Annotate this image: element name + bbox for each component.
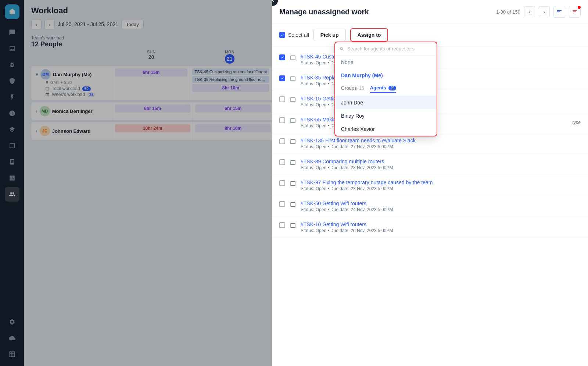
select-all-row: Select all <box>279 32 309 38</box>
checkbox-item4[interactable] <box>279 117 285 123</box>
ticket-icon-2 <box>290 75 296 82</box>
dropdown-search <box>335 42 437 56</box>
work-content-7: #TSK-97 Fixing the temporary outage caus… <box>301 180 581 191</box>
panel-toolbar: Select all Pick up Assign to None Dan Mu… <box>272 24 588 46</box>
work-item-8: #TSK-50 Getting Wifi routers Status: Ope… <box>272 196 588 217</box>
panel-header-right: 1-30 of 150 ‹ › <box>496 6 581 18</box>
checkbox-item2[interactable] <box>279 75 285 81</box>
work-content-8: #TSK-50 Getting Wifi routers Status: Ope… <box>301 200 581 212</box>
pagination-info: 1-30 of 150 <box>496 9 520 15</box>
work-title-7: #TSK-97 Fixing the temporary outage caus… <box>301 180 581 185</box>
dropdown-agent-john[interactable]: John Doe <box>335 96 437 109</box>
search-icon <box>340 46 344 51</box>
work-title-9: #TSK-10 Getting Wifi routers <box>301 221 581 227</box>
work-item-7: #TSK-97 Fixing the temporary outage caus… <box>272 175 588 196</box>
type-label: type <box>572 120 581 125</box>
ticket-icon-4 <box>290 117 296 124</box>
checkbox-item6[interactable] <box>279 159 285 165</box>
tab-groups[interactable]: Groups 15 <box>341 85 364 92</box>
ticket-icon-6 <box>290 159 296 166</box>
work-content-5: #TSK-135 First floor team needs to evalu… <box>301 138 581 149</box>
checkbox-item1[interactable] <box>279 54 285 60</box>
checkbox-item8[interactable] <box>279 201 285 207</box>
work-meta-8: Status: Open • Due date: 24 Nov, 2023 5:… <box>301 207 581 212</box>
dropdown-agent-charles[interactable]: Charles Xavior <box>335 122 437 136</box>
dropdown-search-input[interactable] <box>347 46 432 51</box>
dropdown-tabs: Groups 15 Agents 25 <box>335 82 437 96</box>
right-panel: ✕ Manage unassigned work 1-30 of 150 ‹ › <box>272 0 588 366</box>
work-title-6: #TSK-89 Comparing multiple routers <box>301 159 581 164</box>
ticket-icon-8 <box>290 201 296 208</box>
work-meta-5: Status: Open • Due date: 27 Nov, 2023 5:… <box>301 144 581 149</box>
assign-btn[interactable]: Assign to <box>350 28 388 42</box>
select-all-label: Select all <box>288 32 309 38</box>
ticket-icon-5 <box>290 138 296 145</box>
dropdown-current-user[interactable]: Dan Murphy (Me) <box>335 69 437 82</box>
work-title-8: #TSK-50 Getting Wifi routers <box>301 200 581 206</box>
work-meta-9: Status: Open • Due date: 26 Nov, 2023 5:… <box>301 228 581 233</box>
work-content-9: #TSK-10 Getting Wifi routers Status: Ope… <box>301 221 581 233</box>
panel-header: Manage unassigned work 1-30 of 150 ‹ › <box>272 0 588 24</box>
ticket-icon-1 <box>290 54 296 61</box>
next-page-btn[interactable]: › <box>539 6 550 17</box>
prev-page-btn[interactable]: ‹ <box>524 6 535 17</box>
select-all-checkbox[interactable] <box>279 32 285 38</box>
work-item-9: #TSK-10 Getting Wifi routers Status: Ope… <box>272 217 588 238</box>
work-item-6: #TSK-89 Comparing multiple routers Statu… <box>272 154 588 175</box>
panel-title: Manage unassigned work <box>279 8 369 16</box>
checkbox-item7[interactable] <box>279 180 285 186</box>
checkbox-item3[interactable] <box>279 96 285 102</box>
ticket-icon-7 <box>290 180 296 187</box>
overlay: ✕ Manage unassigned work 1-30 of 150 ‹ › <box>0 0 588 366</box>
tab-agents[interactable]: Agents 25 <box>370 85 397 93</box>
pickup-btn[interactable]: Pick up <box>313 29 346 41</box>
sort-btn[interactable] <box>553 6 565 18</box>
work-meta-6: Status: Open • Due date: 28 Nov, 2023 5:… <box>301 165 581 170</box>
dropdown-none[interactable]: None <box>335 56 437 69</box>
checkbox-item5[interactable] <box>279 138 285 144</box>
dropdown-agent-binay[interactable]: Binay Roy <box>335 109 437 122</box>
filter-btn[interactable] <box>569 6 581 18</box>
assign-dropdown: None Dan Murphy (Me) Groups 15 Agents 25… <box>334 42 437 136</box>
ticket-icon-3 <box>290 96 296 103</box>
work-content-6: #TSK-89 Comparing multiple routers Statu… <box>301 159 581 170</box>
checkbox-item9[interactable] <box>279 222 285 228</box>
ticket-icon-9 <box>290 222 296 229</box>
work-title-5: #TSK-135 First floor team needs to evalu… <box>301 138 581 143</box>
work-meta-7: Status: Open • Due date: 23 Nov, 2023 5:… <box>301 186 581 191</box>
